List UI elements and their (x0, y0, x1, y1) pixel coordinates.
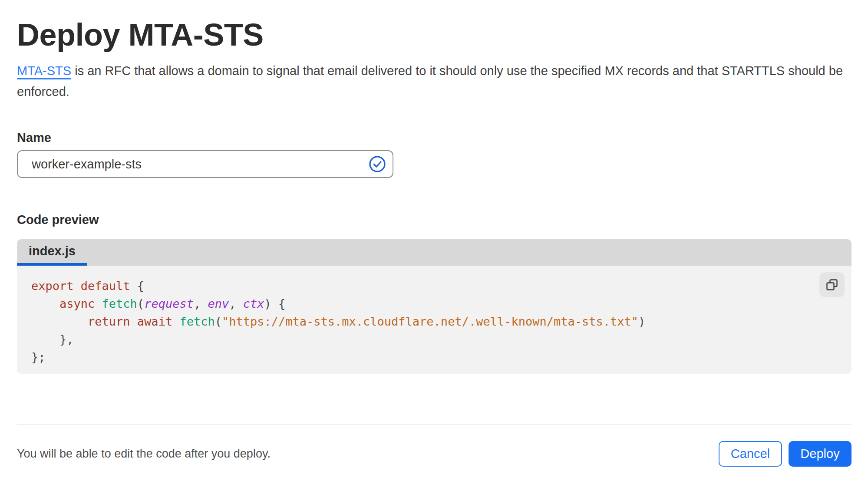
page-title: Deploy MTA-STS (17, 19, 851, 50)
name-input[interactable] (17, 150, 393, 178)
intro-text-after: is an RFC that allows a domain to signal… (17, 64, 843, 99)
tab-index-js[interactable]: index.js (17, 239, 87, 266)
footer-divider (17, 424, 851, 425)
check-circle-icon (369, 155, 386, 173)
deploy-button[interactable]: Deploy (789, 441, 851, 467)
copy-button[interactable] (819, 272, 845, 297)
footer-actions: Cancel Deploy (719, 441, 851, 467)
footer-bar: You will be able to edit the code after … (17, 441, 851, 467)
name-label: Name (17, 130, 851, 145)
mta-sts-link[interactable]: MTA-STS (17, 64, 71, 78)
intro-text: MTA-STS is an RFC that allows a domain t… (17, 60, 851, 102)
code-preview-label: Code preview (17, 212, 851, 227)
code-tab-bar: index.js (17, 239, 851, 266)
code-area: export default { async fetch(request, en… (17, 266, 851, 374)
name-input-wrap (17, 150, 393, 178)
code-content: export default { async fetch(request, en… (17, 266, 851, 366)
copy-icon (826, 279, 838, 291)
footer-note: You will be able to edit the code after … (17, 447, 271, 461)
deploy-mta-sts-page: Deploy MTA-STS MTA-STS is an RFC that al… (0, 19, 868, 467)
cancel-button[interactable]: Cancel (719, 441, 782, 467)
code-preview-block: index.js export default { async fetch(re… (17, 239, 851, 374)
